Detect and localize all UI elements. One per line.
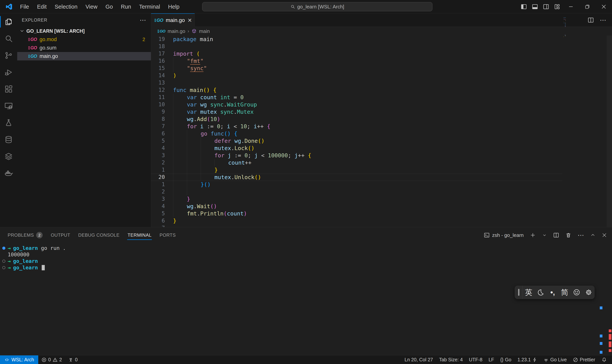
menu-help[interactable]: Help: [164, 1, 184, 12]
workspace-root-folder[interactable]: GO_LEARN [WSL: ARCH]: [17, 27, 151, 35]
close-panel-icon[interactable]: [602, 233, 607, 238]
ime-halfwidth-moon-icon[interactable]: [535, 286, 547, 299]
restore-icon[interactable]: [579, 0, 596, 13]
panel-tab-terminal[interactable]: TERMINAL: [125, 228, 154, 243]
maximize-panel-chevron-icon[interactable]: [590, 233, 596, 238]
menu-view[interactable]: View: [81, 1, 101, 12]
file-item-go.mod[interactable]: GOgo.mod2: [17, 35, 151, 44]
notifications-bell[interactable]: [598, 355, 612, 364]
panel-tab-ports[interactable]: PORTS: [157, 228, 178, 243]
ime-drag-handle[interactable]: [518, 289, 519, 296]
code-line[interactable]: 11var count int = 0: [151, 94, 562, 101]
code-line[interactable]: 19package main: [151, 36, 562, 43]
tab-main-go[interactable]: GO main.go ✕: [151, 13, 195, 27]
code-line[interactable]: 5fmt.Println(count): [151, 210, 562, 217]
toggle-primary-sidebar-icon[interactable]: [518, 0, 529, 13]
code-line[interactable]: 6go func() {: [151, 130, 562, 137]
activitybar-docker[interactable]: [0, 165, 17, 182]
remote-indicator[interactable]: WSL: Arch: [0, 355, 38, 364]
code-line[interactable]: 6}: [151, 217, 562, 224]
code-line[interactable]: 18: [151, 43, 562, 50]
toggle-secondary-sidebar-icon[interactable]: [541, 0, 552, 13]
code-line[interactable]: 8wg.Add(10): [151, 116, 562, 123]
code-line[interactable]: 7for i := 0; i < 10; i++ {: [151, 123, 562, 130]
panel-tab-output[interactable]: OUTPUT: [48, 228, 73, 243]
breadcrumb-file[interactable]: main.go: [168, 28, 185, 34]
editor-scrollbar[interactable]: [607, 36, 612, 240]
activitybar-database[interactable]: [0, 131, 17, 148]
activitybar-layers[interactable]: [0, 148, 17, 165]
panel-tab-problems[interactable]: PROBLEMS2: [5, 228, 45, 243]
split-terminal-icon[interactable]: [553, 232, 559, 238]
code-line[interactable]: 2count++: [151, 159, 562, 166]
activitybar-extensions[interactable]: [0, 81, 17, 98]
menu-selection[interactable]: Selection: [51, 1, 81, 12]
code-line[interactable]: 16"fmt": [151, 57, 562, 65]
menu-go[interactable]: Go: [101, 1, 117, 12]
tab-size-status[interactable]: Tab Size: 4: [436, 355, 466, 364]
customize-layout-icon[interactable]: [552, 0, 563, 13]
code-line[interactable]: 15"sync": [151, 65, 562, 72]
code-line[interactable]: 1}: [151, 166, 562, 174]
terminal-dropdown-chevron-icon[interactable]: [542, 233, 547, 238]
code-line[interactable]: 5defer wg.Done(): [151, 137, 562, 144]
close-tab-icon[interactable]: ✕: [187, 17, 192, 24]
code-line[interactable]: 1}(): [151, 181, 562, 188]
kill-terminal-trash-icon[interactable]: [565, 232, 572, 238]
menu-file[interactable]: File: [16, 1, 33, 12]
ime-simplified-chinese-button[interactable]: 简: [559, 286, 571, 299]
code-line[interactable]: 14): [151, 72, 562, 79]
activitybar-explorer[interactable]: [0, 13, 17, 30]
file-item-go.sum[interactable]: GOgo.sum: [17, 44, 151, 52]
close-window-icon[interactable]: [596, 0, 612, 13]
code-editor[interactable]: 19package main1817import (16"fmt"15"sync…: [561, 17, 566, 39]
breadcrumb-symbol[interactable]: main: [199, 28, 210, 34]
code-line[interactable]: 7: [561, 37, 566, 38]
activitybar-search[interactable]: [0, 30, 17, 47]
code-line[interactable]: 2: [151, 188, 562, 195]
code-editor[interactable]: 19package main1817import (16"fmt"15"sync…: [151, 36, 612, 240]
file-item-main.go[interactable]: GOmain.go: [17, 52, 151, 60]
code-line[interactable]: 20mutex.Unlock(): [151, 174, 562, 181]
new-terminal-icon[interactable]: [530, 232, 536, 238]
code-line[interactable]: 10var wg sync.WaitGroup: [151, 101, 562, 108]
ime-punctuation-button[interactable]: •,: [546, 286, 559, 299]
command-center-search[interactable]: go_learn [WSL: Arch]: [202, 2, 432, 11]
cursor-position-status[interactable]: Ln 20, Col 27: [401, 355, 436, 364]
code-line[interactable]: 4mutex.Lock(): [151, 144, 562, 152]
activitybar-remote-explorer[interactable]: [0, 98, 17, 114]
go-live-status[interactable]: Go Live: [540, 355, 570, 364]
menu-edit[interactable]: Edit: [33, 1, 51, 12]
panel-more-actions-icon[interactable]: ⋯: [578, 231, 584, 239]
panel-tab-debug-console[interactable]: DEBUG CONSOLE: [76, 228, 122, 243]
terminal-content[interactable]: →go_learngo run .1000000→go_learn→go_lea…: [2, 245, 599, 362]
bell-icon: [601, 357, 607, 363]
ime-language-mode-button[interactable]: 英: [523, 286, 535, 299]
code-line[interactable]: 9var mutex sync.Mutex: [151, 108, 562, 116]
go-version-status[interactable]: 1.23.1: [515, 355, 541, 364]
activitybar-run-and-debug[interactable]: [0, 64, 17, 81]
activitybar-testing[interactable]: [0, 114, 17, 131]
activitybar-source-control[interactable]: [0, 47, 17, 64]
menu-terminal[interactable]: Terminal: [135, 1, 164, 12]
problems-status[interactable]: 0 2: [38, 355, 65, 364]
menu-run[interactable]: Run: [117, 1, 135, 12]
code-line[interactable]: 12func main() {: [151, 86, 562, 94]
ime-emoji-button[interactable]: [571, 286, 583, 299]
encoding-status[interactable]: UTF-8: [466, 355, 486, 364]
code-line[interactable]: 13: [151, 79, 562, 86]
minimize-icon[interactable]: [563, 0, 579, 13]
explorer-more-actions-icon[interactable]: ⋯: [140, 16, 146, 24]
toggle-panel-icon[interactable]: [529, 0, 541, 13]
code-line[interactable]: 3for j := 0; j < 100000; j++ {: [151, 152, 562, 159]
ime-settings-gear-icon[interactable]: [583, 286, 595, 299]
minimap[interactable]: 19package main1817import (16"fmt"15"sync…: [561, 15, 606, 42]
eol-status[interactable]: LF: [485, 355, 497, 364]
code-line[interactable]: 4wg.Wait(): [151, 203, 562, 210]
code-line[interactable]: 3}: [151, 195, 562, 203]
forwarded-ports-status[interactable]: 0: [65, 355, 81, 364]
code-line[interactable]: 17import (: [151, 50, 562, 57]
prettier-status[interactable]: Prettier: [570, 355, 598, 364]
language-mode-status[interactable]: {} Go: [497, 355, 515, 364]
terminal-instance[interactable]: zsh - go_learn: [484, 232, 524, 238]
